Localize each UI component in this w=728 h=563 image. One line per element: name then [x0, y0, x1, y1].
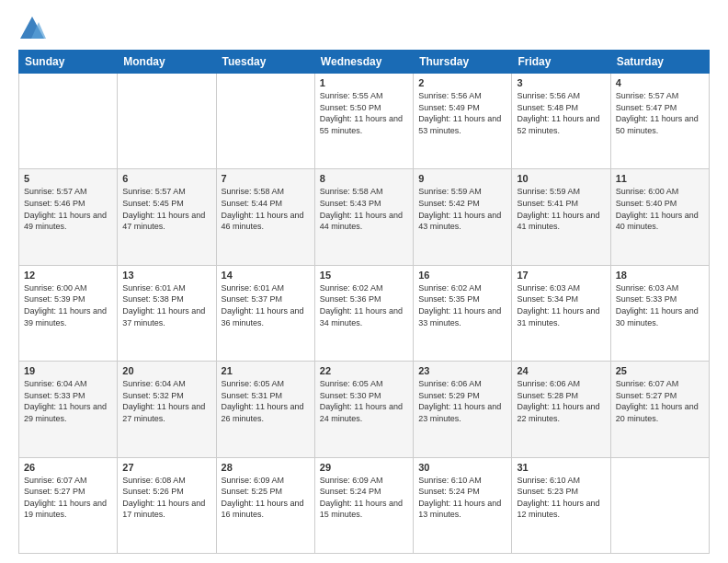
day-info: Sunrise: 6:04 AMSunset: 5:33 PMDaylight:… [24, 378, 112, 424]
day-info: Sunrise: 6:04 AMSunset: 5:32 PMDaylight:… [122, 378, 210, 424]
weekday-header-saturday: Saturday [610, 51, 709, 74]
week-row-1: 1Sunrise: 5:55 AMSunset: 5:50 PMDaylight… [19, 74, 710, 169]
day-cell: 3Sunrise: 5:56 AMSunset: 5:48 PMDaylight… [512, 74, 610, 169]
day-number: 3 [517, 77, 605, 88]
weekday-header-wednesday: Wednesday [314, 51, 413, 74]
weekday-header-row: SundayMondayTuesdayWednesdayThursdayFrid… [19, 51, 710, 74]
page-header [18, 15, 710, 42]
day-number: 26 [24, 462, 112, 473]
day-info: Sunrise: 6:09 AMSunset: 5:24 PMDaylight:… [320, 475, 408, 521]
day-cell: 8Sunrise: 5:58 AMSunset: 5:43 PMDaylight… [314, 169, 413, 265]
weekday-header-thursday: Thursday [414, 51, 512, 74]
day-info: Sunrise: 6:02 AMSunset: 5:35 PMDaylight:… [418, 282, 506, 328]
day-number: 24 [517, 365, 605, 376]
day-number: 7 [222, 173, 310, 184]
day-cell: 28Sunrise: 6:09 AMSunset: 5:25 PMDayligh… [216, 457, 314, 553]
day-number: 16 [418, 270, 506, 281]
day-info: Sunrise: 6:06 AMSunset: 5:28 PMDaylight:… [517, 378, 605, 424]
day-cell [19, 74, 118, 169]
day-cell: 23Sunrise: 6:06 AMSunset: 5:29 PMDayligh… [414, 362, 512, 457]
day-info: Sunrise: 5:59 AMSunset: 5:42 PMDaylight:… [418, 186, 506, 232]
day-cell: 9Sunrise: 5:59 AMSunset: 5:42 PMDaylight… [414, 169, 512, 265]
day-info: Sunrise: 6:06 AMSunset: 5:29 PMDaylight:… [418, 378, 506, 424]
day-info: Sunrise: 5:56 AMSunset: 5:49 PMDaylight:… [418, 90, 506, 136]
day-cell: 11Sunrise: 6:00 AMSunset: 5:40 PMDayligh… [610, 169, 709, 265]
day-cell: 12Sunrise: 6:00 AMSunset: 5:39 PMDayligh… [19, 265, 118, 361]
day-cell: 27Sunrise: 6:08 AMSunset: 5:26 PMDayligh… [118, 457, 216, 553]
day-info: Sunrise: 6:03 AMSunset: 5:34 PMDaylight:… [517, 282, 605, 328]
day-info: Sunrise: 6:00 AMSunset: 5:40 PMDaylight:… [616, 186, 704, 232]
day-cell: 30Sunrise: 6:10 AMSunset: 5:24 PMDayligh… [414, 457, 512, 553]
day-cell: 17Sunrise: 6:03 AMSunset: 5:34 PMDayligh… [512, 265, 610, 361]
day-info: Sunrise: 5:56 AMSunset: 5:48 PMDaylight:… [517, 90, 605, 136]
week-row-5: 26Sunrise: 6:07 AMSunset: 5:27 PMDayligh… [19, 457, 710, 553]
day-cell: 1Sunrise: 5:55 AMSunset: 5:50 PMDaylight… [314, 74, 413, 169]
day-cell: 6Sunrise: 5:57 AMSunset: 5:45 PMDaylight… [118, 169, 216, 265]
day-cell: 16Sunrise: 6:02 AMSunset: 5:35 PMDayligh… [414, 265, 512, 361]
day-info: Sunrise: 5:58 AMSunset: 5:43 PMDaylight:… [320, 186, 408, 232]
day-info: Sunrise: 6:07 AMSunset: 5:27 PMDaylight:… [24, 475, 112, 521]
day-number: 15 [320, 270, 408, 281]
day-info: Sunrise: 6:01 AMSunset: 5:38 PMDaylight:… [122, 282, 210, 328]
logo-icon [18, 15, 46, 42]
day-cell: 10Sunrise: 5:59 AMSunset: 5:41 PMDayligh… [512, 169, 610, 265]
day-number: 31 [517, 462, 605, 473]
day-info: Sunrise: 6:05 AMSunset: 5:30 PMDaylight:… [320, 378, 408, 424]
day-number: 22 [320, 365, 408, 376]
week-row-3: 12Sunrise: 6:00 AMSunset: 5:39 PMDayligh… [19, 265, 710, 361]
day-cell [610, 457, 709, 553]
day-cell: 29Sunrise: 6:09 AMSunset: 5:24 PMDayligh… [314, 457, 413, 553]
day-info: Sunrise: 6:07 AMSunset: 5:27 PMDaylight:… [616, 378, 704, 424]
day-cell: 18Sunrise: 6:03 AMSunset: 5:33 PMDayligh… [610, 265, 709, 361]
day-cell: 20Sunrise: 6:04 AMSunset: 5:32 PMDayligh… [118, 362, 216, 457]
logo [18, 15, 50, 42]
calendar-page: SundayMondayTuesdayWednesdayThursdayFrid… [0, 0, 728, 563]
day-number: 27 [122, 462, 210, 473]
day-cell: 21Sunrise: 6:05 AMSunset: 5:31 PMDayligh… [216, 362, 314, 457]
day-number: 13 [122, 270, 210, 281]
day-cell: 2Sunrise: 5:56 AMSunset: 5:49 PMDaylight… [414, 74, 512, 169]
day-number: 30 [418, 462, 506, 473]
day-info: Sunrise: 5:58 AMSunset: 5:44 PMDaylight:… [222, 186, 310, 232]
calendar-table: SundayMondayTuesdayWednesdayThursdayFrid… [18, 50, 710, 554]
day-info: Sunrise: 6:01 AMSunset: 5:37 PMDaylight:… [222, 282, 310, 328]
day-number: 29 [320, 462, 408, 473]
day-info: Sunrise: 6:05 AMSunset: 5:31 PMDaylight:… [222, 378, 310, 424]
day-info: Sunrise: 6:10 AMSunset: 5:24 PMDaylight:… [418, 475, 506, 521]
day-cell: 19Sunrise: 6:04 AMSunset: 5:33 PMDayligh… [19, 362, 118, 457]
day-info: Sunrise: 6:02 AMSunset: 5:36 PMDaylight:… [320, 282, 408, 328]
day-number: 12 [24, 270, 112, 281]
week-row-4: 19Sunrise: 6:04 AMSunset: 5:33 PMDayligh… [19, 362, 710, 457]
day-cell: 24Sunrise: 6:06 AMSunset: 5:28 PMDayligh… [512, 362, 610, 457]
day-number: 1 [320, 77, 408, 88]
day-cell [216, 74, 314, 169]
day-info: Sunrise: 5:57 AMSunset: 5:45 PMDaylight:… [122, 186, 210, 232]
day-number: 5 [24, 173, 112, 184]
day-cell [118, 74, 216, 169]
day-cell: 22Sunrise: 6:05 AMSunset: 5:30 PMDayligh… [314, 362, 413, 457]
weekday-header-sunday: Sunday [19, 51, 118, 74]
day-info: Sunrise: 6:10 AMSunset: 5:23 PMDaylight:… [517, 475, 605, 521]
day-info: Sunrise: 5:57 AMSunset: 5:46 PMDaylight:… [24, 186, 112, 232]
day-info: Sunrise: 5:55 AMSunset: 5:50 PMDaylight:… [320, 90, 408, 136]
weekday-header-friday: Friday [512, 51, 610, 74]
day-cell: 7Sunrise: 5:58 AMSunset: 5:44 PMDaylight… [216, 169, 314, 265]
day-number: 21 [222, 365, 310, 376]
day-number: 25 [616, 365, 704, 376]
week-row-2: 5Sunrise: 5:57 AMSunset: 5:46 PMDaylight… [19, 169, 710, 265]
day-cell: 5Sunrise: 5:57 AMSunset: 5:46 PMDaylight… [19, 169, 118, 265]
day-number: 8 [320, 173, 408, 184]
day-cell: 15Sunrise: 6:02 AMSunset: 5:36 PMDayligh… [314, 265, 413, 361]
day-cell: 25Sunrise: 6:07 AMSunset: 5:27 PMDayligh… [610, 362, 709, 457]
day-info: Sunrise: 5:59 AMSunset: 5:41 PMDaylight:… [517, 186, 605, 232]
day-cell: 14Sunrise: 6:01 AMSunset: 5:37 PMDayligh… [216, 265, 314, 361]
day-number: 23 [418, 365, 506, 376]
day-number: 14 [222, 270, 310, 281]
day-number: 17 [517, 270, 605, 281]
weekday-header-tuesday: Tuesday [216, 51, 314, 74]
day-info: Sunrise: 6:08 AMSunset: 5:26 PMDaylight:… [122, 475, 210, 521]
day-info: Sunrise: 6:03 AMSunset: 5:33 PMDaylight:… [616, 282, 704, 328]
day-cell: 26Sunrise: 6:07 AMSunset: 5:27 PMDayligh… [19, 457, 118, 553]
day-number: 2 [418, 77, 506, 88]
day-number: 9 [418, 173, 506, 184]
